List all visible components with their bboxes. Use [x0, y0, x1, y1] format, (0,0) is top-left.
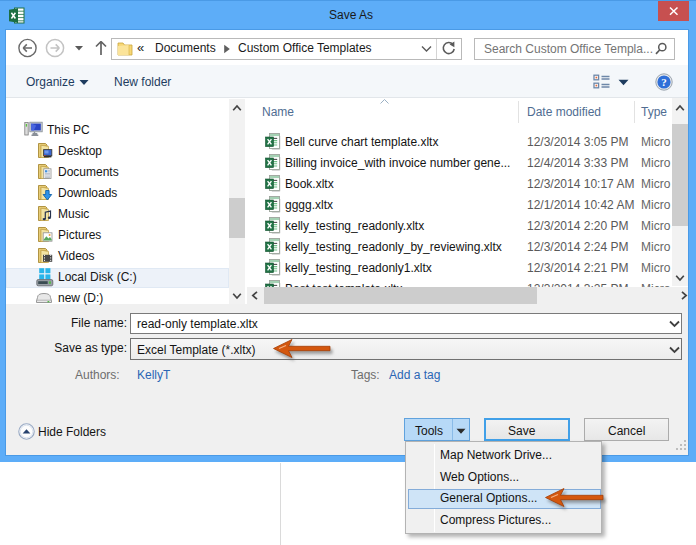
svg-text:?: ?: [661, 76, 667, 88]
